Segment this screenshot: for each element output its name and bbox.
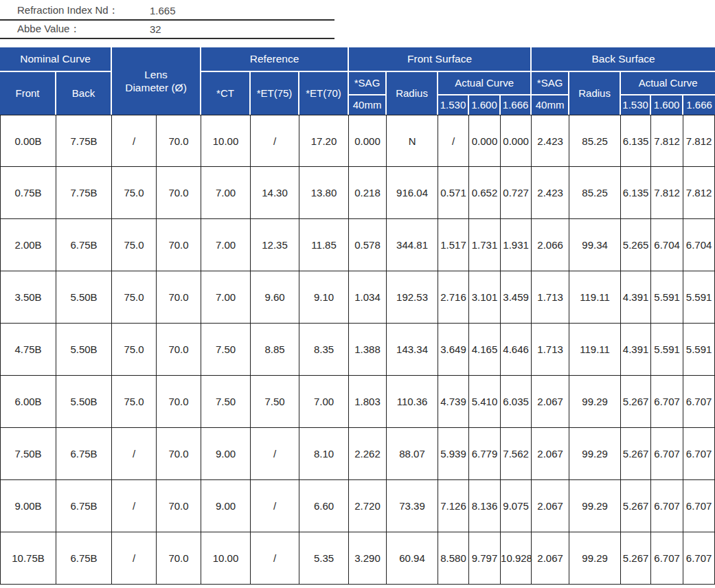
spec-cell: 6.704 (651, 219, 683, 271)
header-back-sag-40mm: 40mm (532, 95, 569, 115)
spec-row: 2.00B6.75B75.070.07.0012.3511.850.578344… (0, 219, 715, 271)
spec-cell: 6.75B (56, 480, 112, 532)
spec-cell: 3.50B (0, 271, 56, 324)
spec-cell: / (112, 532, 157, 585)
header-back: Back (56, 72, 112, 115)
spec-cell: 3.101 (469, 271, 501, 324)
spec-cell: 75.0 (112, 219, 157, 271)
spec-cell: 7.50 (251, 376, 299, 428)
spec-cell: N (387, 115, 438, 167)
header-ct: *CT (201, 72, 251, 115)
abbe-value-value: 32 (150, 23, 161, 35)
spec-cell: / (438, 115, 469, 167)
spec-cell: 6.707 (651, 480, 683, 532)
spec-cell: 119.11 (569, 324, 621, 376)
header-back-index-1600: 1.600 (651, 95, 683, 115)
spec-cell: 2.067 (532, 428, 569, 480)
spec-cell: 6.707 (683, 428, 715, 480)
spec-cell: 10.00 (201, 532, 251, 585)
spec-cell: 8.136 (469, 480, 501, 532)
spec-cell: 70.0 (157, 480, 201, 532)
spec-cell: 6.75B (56, 532, 112, 585)
spec-cell: 3.649 (438, 324, 469, 376)
spec-cell: 5.50B (56, 376, 112, 428)
spec-cell: 88.07 (387, 428, 438, 480)
spec-cell: 7.00 (299, 376, 349, 428)
spec-cell: 70.0 (157, 532, 201, 585)
spec-cell: 5.591 (651, 271, 683, 324)
abbe-value-row: Abbe Value： 32 (0, 21, 334, 39)
spec-cell: 7.812 (651, 115, 683, 167)
spec-cell: 2.262 (349, 428, 387, 480)
spec-cell: 9.00 (201, 480, 251, 532)
spec-cell: 9.60 (251, 271, 299, 324)
spec-cell: 0.652 (469, 167, 501, 219)
header-nominal-curve: Nominal Curve (0, 47, 112, 72)
spec-cell: 2.423 (532, 167, 569, 219)
spec-row: 3.50B5.50B75.070.07.009.609.101.034192.5… (0, 271, 715, 324)
spec-cell: 75.0 (112, 376, 157, 428)
spec-cell: 6.707 (651, 428, 683, 480)
spec-cell: 7.00 (201, 167, 251, 219)
spec-cell: 6.704 (683, 219, 715, 271)
spec-cell: 7.562 (501, 428, 532, 480)
spec-cell: 17.20 (299, 115, 349, 167)
spec-cell: 0.000 (349, 115, 387, 167)
spec-cell: / (251, 532, 299, 585)
lens-spec-sheet: Refraction Index Nd： 1.665 Abbe Value： 3… (0, 2, 715, 588)
spec-cell: 5.939 (438, 428, 469, 480)
spec-table-header: Nominal Curve Lens Diameter (Ø) Referenc… (0, 47, 715, 115)
spec-cell: 85.25 (569, 167, 621, 219)
spec-cell: 5.591 (651, 324, 683, 376)
spec-cell: 7.50 (201, 324, 251, 376)
spec-cell: 8.35 (299, 324, 349, 376)
spec-cell: 60.94 (387, 532, 438, 585)
spec-cell: 6.707 (683, 480, 715, 532)
spec-cell: 70.0 (157, 115, 201, 167)
spec-cell: 4.165 (469, 324, 501, 376)
spec-cell: 10.75B (0, 532, 56, 585)
spec-cell: 99.29 (569, 480, 621, 532)
spec-cell: 85.25 (569, 115, 621, 167)
spec-cell: 6.707 (651, 532, 683, 585)
spec-cell: 8.85 (251, 324, 299, 376)
spec-cell: 0.00B (0, 115, 56, 167)
material-info: Refraction Index Nd： 1.665 Abbe Value： 3… (0, 2, 334, 39)
spec-cell: 1.713 (532, 324, 569, 376)
header-et70: *ET(70) (299, 72, 349, 115)
spec-cell: 7.126 (438, 480, 469, 532)
spec-cell: 5.35 (299, 532, 349, 585)
abbe-value-label: Abbe Value： (17, 23, 150, 36)
header-front-index-1530: 1.530 (438, 95, 469, 115)
spec-cell: 2.067 (532, 480, 569, 532)
spec-row: 7.50B6.75B/70.09.00/8.102.26288.075.9396… (0, 428, 715, 480)
spec-cell: / (112, 480, 157, 532)
spec-cell: 13.80 (299, 167, 349, 219)
spec-cell: 6.00B (0, 376, 56, 428)
spec-cell: 10.928 (501, 532, 532, 585)
spec-cell: 2.720 (349, 480, 387, 532)
spec-cell: 5.267 (621, 532, 651, 585)
spec-cell: 4.739 (438, 376, 469, 428)
header-back-surface: Back Surface (532, 47, 715, 72)
spec-table-body: 0.00B7.75B/70.010.00/17.200.000N/0.0000.… (0, 115, 715, 585)
spec-cell: 6.75B (56, 428, 112, 480)
spec-cell: 2.067 (532, 376, 569, 428)
spec-cell: 1.731 (469, 219, 501, 271)
header-front-sag-40mm: 40mm (349, 95, 387, 115)
spec-cell: 99.34 (569, 219, 621, 271)
spec-cell: 8.580 (438, 532, 469, 585)
spec-cell: 1.034 (349, 271, 387, 324)
header-back-index-1530: 1.530 (621, 95, 651, 115)
spec-cell: 9.075 (501, 480, 532, 532)
spec-cell: 9.797 (469, 532, 501, 585)
header-back-actual-curve: Actual Curve (621, 72, 715, 95)
spec-cell: 5.50B (56, 324, 112, 376)
spec-cell: / (251, 480, 299, 532)
spec-cell: 0.75B (0, 167, 56, 219)
spec-row: 4.75B5.50B75.070.07.508.858.351.388143.3… (0, 324, 715, 376)
spec-cell: 9.10 (299, 271, 349, 324)
spec-cell: 4.75B (0, 324, 56, 376)
spec-cell: 2.067 (532, 532, 569, 585)
spec-cell: 916.04 (387, 167, 438, 219)
